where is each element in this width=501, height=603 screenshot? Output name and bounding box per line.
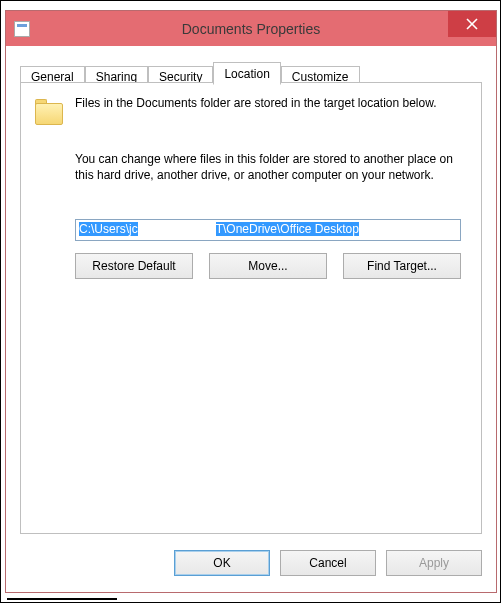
client-area: General Sharing Security Location Custom… xyxy=(6,46,496,592)
window-title: Documents Properties xyxy=(6,21,496,37)
titlebar[interactable]: Documents Properties xyxy=(6,11,496,46)
location-button-row: Restore Default Move... Find Target... xyxy=(75,253,461,279)
close-button[interactable] xyxy=(448,11,496,37)
frame-bottom-edge xyxy=(1,596,500,602)
move-button[interactable]: Move... xyxy=(209,253,327,279)
path-selected-prefix: C:\Users\jc xyxy=(79,222,138,236)
folder-icon xyxy=(33,97,65,129)
tab-panel-location: Files in the Documents folder are stored… xyxy=(20,82,482,534)
tab-location[interactable]: Location xyxy=(213,62,280,85)
location-description-1: Files in the Documents folder are stored… xyxy=(75,95,467,111)
ok-button[interactable]: OK xyxy=(174,550,270,576)
screenshot-frame: Documents Properties General Sharing Sec… xyxy=(0,0,501,603)
close-icon xyxy=(466,18,478,30)
path-selected-suffix: T\OneDrive\Office Desktop xyxy=(216,222,359,236)
dialog-button-row: OK Cancel Apply xyxy=(174,550,482,576)
properties-window: Documents Properties General Sharing Sec… xyxy=(5,10,497,593)
apply-button[interactable]: Apply xyxy=(386,550,482,576)
cancel-button[interactable]: Cancel xyxy=(280,550,376,576)
location-path-input[interactable]: C:\Users\jcT\OneDrive\Office Desktop xyxy=(75,219,461,241)
window-fragment-icon xyxy=(7,598,117,600)
location-description-2: You can change where files in this folde… xyxy=(75,151,467,183)
find-target-button[interactable]: Find Target... xyxy=(343,253,461,279)
tab-strip: General Sharing Security Location Custom… xyxy=(20,61,360,84)
restore-default-button[interactable]: Restore Default xyxy=(75,253,193,279)
